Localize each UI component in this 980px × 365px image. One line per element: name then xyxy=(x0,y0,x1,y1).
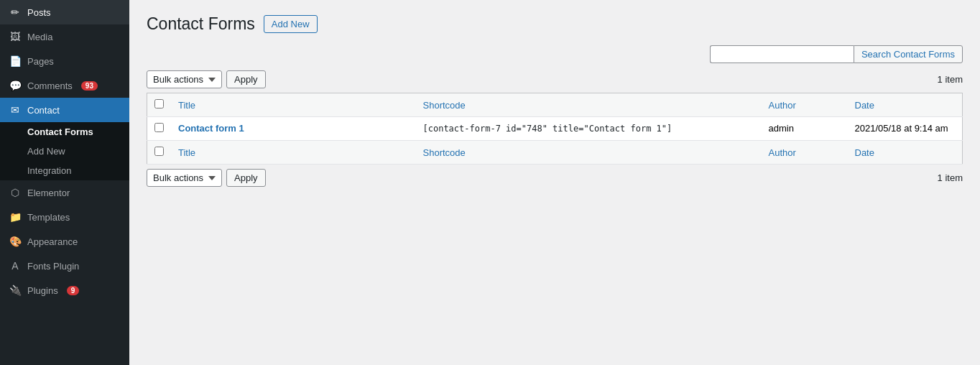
row-shortcode-cell: [contact-form-7 id="748" title="Contact … xyxy=(416,117,762,141)
table-header-row: Title Shortcode Author Date xyxy=(147,93,963,117)
col-footer-title[interactable]: Title xyxy=(171,141,416,165)
main-content: Contact Forms Add New Search Contact For… xyxy=(129,0,980,365)
col-header-shortcode: Shortcode xyxy=(416,93,762,117)
bottom-bulk-actions-select[interactable]: Bulk actions Delete xyxy=(147,169,222,187)
comments-icon: 💬 xyxy=(9,79,22,92)
col-footer-shortcode: Shortcode xyxy=(416,141,762,165)
row-checkbox-cell xyxy=(147,117,172,141)
sidebar-item-posts[interactable]: ✏ Posts xyxy=(0,0,129,24)
contact-submenu: Contact Forms Add New Integration xyxy=(0,122,129,180)
sidebar-item-contact[interactable]: ✉ Contact xyxy=(0,98,129,122)
sidebar-item-label: Appearance xyxy=(27,236,78,247)
sidebar-item-label: Contact xyxy=(27,105,60,116)
sidebar-item-label: Plugins xyxy=(27,285,58,296)
appearance-icon: 🎨 xyxy=(9,235,22,248)
sidebar-item-label: Fonts Plugin xyxy=(27,261,79,272)
bottom-item-count: 1 item xyxy=(938,172,963,183)
sidebar-item-fonts-plugin[interactable]: A Fonts Plugin xyxy=(0,254,129,278)
row-date-cell: 2021/05/18 at 9:14 am xyxy=(848,117,963,141)
bottom-toolbar: Bulk actions Delete Apply 1 item xyxy=(147,169,963,187)
add-new-button[interactable]: Add New xyxy=(264,15,318,33)
plugins-badge: 9 xyxy=(67,286,80,295)
comments-badge: 93 xyxy=(81,81,98,91)
row-checkbox[interactable] xyxy=(154,123,164,132)
sidebar: ✏ Posts 🖼 Media 📄 Pages 💬 Comments 93 ✉ … xyxy=(0,0,129,365)
pages-icon: 📄 xyxy=(9,55,22,68)
sidebar-item-elementor[interactable]: ⬡ Elementor xyxy=(0,180,129,205)
sidebar-item-pages[interactable]: 📄 Pages xyxy=(0,49,129,73)
bottom-toolbar-left: Bulk actions Delete Apply xyxy=(147,169,266,187)
table-footer-row: Title Shortcode Author Date xyxy=(147,141,963,165)
bottom-apply-button[interactable]: Apply xyxy=(226,169,266,187)
col-footer-author[interactable]: Author xyxy=(762,141,848,165)
row-title-cell: Contact form 1 xyxy=(171,117,416,141)
search-bar: Search Contact Forms xyxy=(147,45,963,63)
forms-table: Title Shortcode Author Date Contact form… xyxy=(147,93,963,165)
sidebar-item-label: Templates xyxy=(27,212,70,223)
posts-icon: ✏ xyxy=(9,6,22,19)
sidebar-item-label: Posts xyxy=(27,7,51,18)
top-apply-button[interactable]: Apply xyxy=(226,70,266,88)
fonts-plugin-icon: A xyxy=(9,259,22,272)
sidebar-item-appearance[interactable]: 🎨 Appearance xyxy=(0,229,129,254)
sidebar-item-plugins[interactable]: 🔌 Plugins 9 xyxy=(0,278,129,302)
page-header: Contact Forms Add New xyxy=(147,14,963,34)
sidebar-item-label: Pages xyxy=(27,56,54,67)
sidebar-item-media[interactable]: 🖼 Media xyxy=(0,24,129,49)
sidebar-item-templates[interactable]: 📁 Templates xyxy=(0,205,129,229)
top-toolbar-left: Bulk actions Delete Apply xyxy=(147,70,266,88)
col-header-date[interactable]: Date xyxy=(848,93,963,117)
col-header-author[interactable]: Author xyxy=(762,93,848,117)
search-input[interactable] xyxy=(710,45,854,63)
sidebar-item-label: Elementor xyxy=(27,188,70,198)
sidebar-item-label: Media xyxy=(27,32,52,42)
sidebar-item-comments[interactable]: 💬 Comments 93 xyxy=(0,73,129,98)
select-all-footer-checkbox[interactable] xyxy=(154,147,164,156)
shortcode-text: [contact-form-7 id="748" title="Contact … xyxy=(423,124,672,134)
search-contact-forms-button[interactable]: Search Contact Forms xyxy=(854,45,963,63)
table-row: Contact form 1 [contact-form-7 id="748" … xyxy=(147,117,963,141)
top-toolbar: Bulk actions Delete Apply 1 item xyxy=(147,70,963,88)
select-all-checkbox[interactable] xyxy=(154,99,164,108)
top-item-count: 1 item xyxy=(938,74,963,85)
sidebar-sub-contact-forms[interactable]: Contact Forms xyxy=(0,122,129,142)
col-header-title[interactable]: Title xyxy=(171,93,416,117)
elementor-icon: ⬡ xyxy=(9,186,22,199)
top-bulk-actions-select[interactable]: Bulk actions Delete xyxy=(147,70,222,88)
author-text: admin xyxy=(769,123,794,134)
row-author-cell: admin xyxy=(762,117,848,141)
page-title: Contact Forms xyxy=(147,14,255,34)
col-footer-cb xyxy=(147,141,172,165)
date-text: 2021/05/18 at 9:14 am xyxy=(855,123,948,134)
sidebar-item-label: Comments xyxy=(27,80,73,91)
media-icon: 🖼 xyxy=(9,30,22,43)
form-title-link[interactable]: Contact form 1 xyxy=(178,123,244,134)
contact-icon: ✉ xyxy=(9,103,22,116)
templates-icon: 📁 xyxy=(9,211,22,223)
col-header-cb xyxy=(147,93,172,117)
sidebar-sub-add-new[interactable]: Add New xyxy=(0,142,129,161)
col-footer-date[interactable]: Date xyxy=(848,141,963,165)
plugins-icon: 🔌 xyxy=(9,284,22,297)
sidebar-sub-integration[interactable]: Integration xyxy=(0,161,129,180)
